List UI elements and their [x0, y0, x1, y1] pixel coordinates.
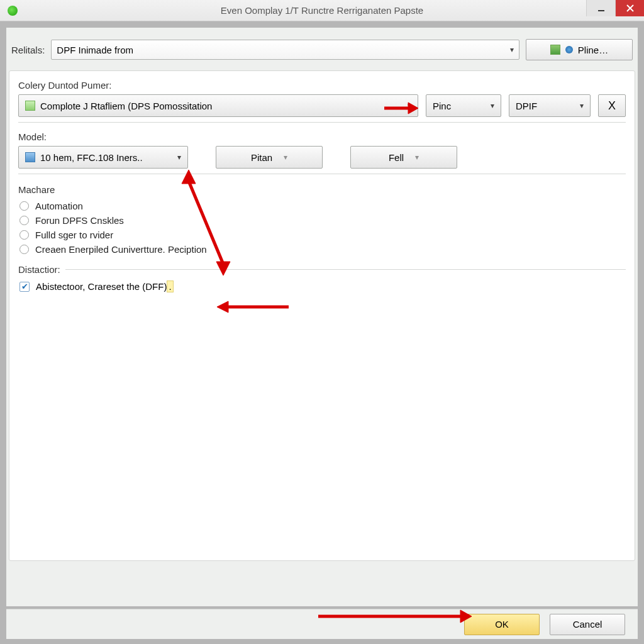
chevron-down-icon: ▾ [177, 153, 181, 162]
app-icon [8, 6, 18, 16]
chevron-down-icon: ▾ [415, 153, 419, 162]
checkbox-label-highlight: . [167, 280, 173, 292]
radio-label: Forun DPFS Cnskles [35, 215, 124, 226]
divider [18, 122, 626, 123]
pline-icon-1 [550, 45, 560, 55]
dpif-value: DPIF [516, 101, 537, 111]
radio-creaen[interactable]: Creaen Enerpiled Cunivertture. Peciption [18, 242, 626, 257]
process-icon [25, 101, 35, 111]
machare-heading: Machare [18, 184, 626, 195]
chevron-down-icon: ▾ [491, 101, 494, 110]
dpif-select[interactable]: DPIF ▾ [509, 94, 591, 117]
radio-label: Creaen Enerpiled Cunivertture. Peciption [35, 244, 207, 255]
window-title: Even Oomplay 1/T Runctre Rerriganaten Pa… [221, 5, 423, 16]
radio-label: Fulld sger to rvider [35, 230, 113, 240]
relitals-label: Relitals: [11, 45, 45, 55]
ok-button[interactable]: OK [464, 614, 540, 635]
relitals-select[interactable]: DPF Inimade from ▾ [51, 40, 519, 60]
radio-fulld-sger[interactable]: Fulld sger to rvider [18, 228, 626, 242]
radio-icon [19, 201, 29, 211]
pline-label: Pline… [578, 45, 608, 55]
radio-forun-dpfs[interactable]: Forun DPFS Cnskles [18, 213, 626, 228]
chevron-down-icon: ▾ [580, 101, 584, 110]
process-select[interactable]: Complote J Rtafliem (DPS Pomossitation ▾ [18, 94, 418, 117]
process-value: Complote J Rtafliem (DPS Pomossitation [40, 101, 212, 111]
checkbox-label: Abistectoor, Crareset the (DFF) [36, 281, 167, 292]
model-label: Model: [18, 131, 626, 142]
chevron-down-icon: ▾ [408, 101, 411, 110]
radio-icon [19, 216, 29, 225]
pinc-value: Pinc [433, 101, 451, 111]
model-select[interactable]: 10 hem, FFC.108 Iners.. ▾ [18, 146, 188, 169]
chevron-down-icon: ▾ [284, 153, 287, 162]
pitan-button[interactable]: Pitan ▾ [216, 146, 323, 169]
close-x-icon: X [608, 99, 616, 113]
distaction-heading: Distactior: [18, 264, 60, 275]
model-icon [25, 152, 35, 162]
distaction-checkbox-row[interactable]: ✔ Abistectoor, Crareset the (DFF). [18, 279, 626, 294]
pitan-label: Pitan [251, 152, 272, 163]
close-button[interactable] [615, 0, 644, 16]
radio-icon [19, 230, 29, 240]
pline-icon-2 [565, 46, 573, 53]
pinc-select[interactable]: Pinc ▾ [426, 94, 501, 117]
remove-button[interactable]: X [598, 94, 626, 117]
divider [18, 174, 626, 174]
checkbox-checked-icon: ✔ [19, 282, 30, 292]
cancel-button[interactable]: Cancel [550, 614, 625, 635]
pline-button[interactable]: Pline… [526, 39, 633, 60]
minimize-button[interactable] [586, 0, 615, 16]
model-value: 10 hem, FFC.108 Iners.. [40, 152, 143, 163]
radio-automation[interactable]: Automation [18, 199, 626, 213]
group-label: Colery Duntod Pumer: [18, 80, 626, 91]
relitals-value: DPF Inimade from [57, 45, 133, 55]
fell-button[interactable]: Fell ▾ [350, 146, 457, 169]
fell-label: Fell [389, 152, 404, 163]
divider [65, 269, 626, 270]
radio-icon [19, 245, 29, 254]
radio-label: Automation [35, 201, 83, 211]
chevron-down-icon: ▾ [510, 45, 514, 54]
